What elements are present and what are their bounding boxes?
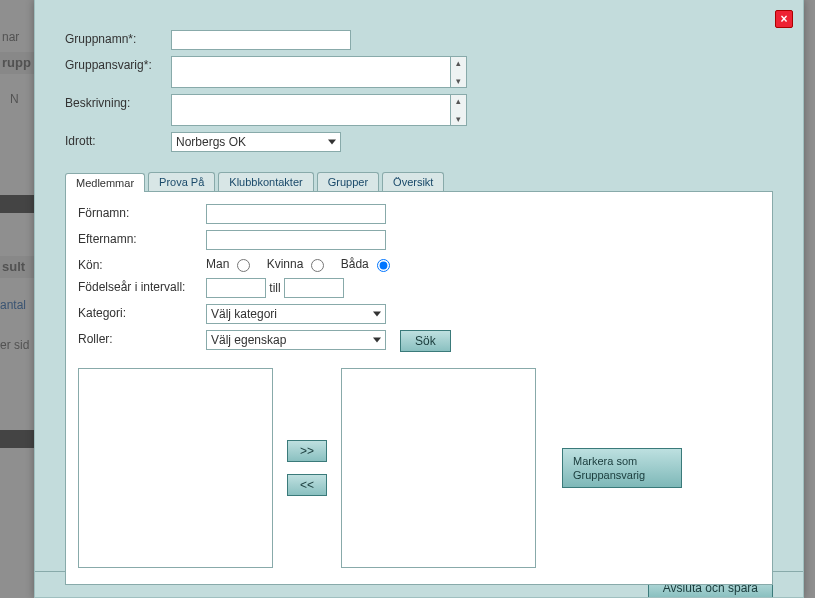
kon-man-label: Man <box>206 257 229 271</box>
fornamn-label: Förnamn: <box>78 204 206 220</box>
kon-kvinna-radio[interactable] <box>311 259 324 272</box>
move-right-button[interactable]: >> <box>287 440 327 462</box>
fodelsear-label: Födelseår i intervall: <box>78 278 206 294</box>
scroll-spinners[interactable]: ▴ ▾ <box>451 94 467 126</box>
gruppnamn-label: Gruppnamn*: <box>65 30 171 46</box>
kon-bada-label: Båda <box>341 257 369 271</box>
selected-listbox[interactable] <box>341 368 536 568</box>
gruppnamn-input[interactable] <box>171 30 351 50</box>
mark-line1: Markera som <box>573 455 637 467</box>
chevron-down-icon[interactable]: ▾ <box>456 114 461 124</box>
member-transfer: >> << Markera som Gruppansvarig <box>78 368 760 568</box>
gruppansvarig-label: Gruppansvarig*: <box>65 56 171 72</box>
chevron-up-icon[interactable]: ▴ <box>456 58 461 68</box>
tab-medlemmar[interactable]: Medlemmar <box>65 173 145 192</box>
chevron-down-icon <box>373 312 381 317</box>
close-button[interactable]: × <box>775 10 793 28</box>
medlemmar-panel: Förnamn: Efternamn: Kön: Man Kvinna Båda <box>65 191 773 585</box>
kon-label: Kön: <box>78 256 206 272</box>
scroll-spinners[interactable]: ▴ ▾ <box>451 56 467 88</box>
chevron-up-icon[interactable]: ▴ <box>456 96 461 106</box>
tab-oversikt[interactable]: Översikt <box>382 172 444 191</box>
group-form: Gruppnamn*: Gruppansvarig*: ▴ ▾ Beskrivn… <box>35 0 803 164</box>
gruppansvarig-input[interactable] <box>171 56 451 88</box>
kategori-label: Kategori: <box>78 304 206 320</box>
roller-label: Roller: <box>78 330 206 346</box>
chevron-down-icon[interactable]: ▾ <box>456 76 461 86</box>
move-left-button[interactable]: << <box>287 474 327 496</box>
tab-grupper[interactable]: Grupper <box>317 172 379 191</box>
kon-bada-radio[interactable] <box>377 259 390 272</box>
beskrivning-label: Beskrivning: <box>65 94 171 110</box>
kategori-select[interactable]: Välj kategori <box>206 304 386 324</box>
fodelsear-from-input[interactable] <box>206 278 266 298</box>
modal-dialog: × Gruppnamn*: Gruppansvarig*: ▴ ▾ Beskri… <box>34 0 804 598</box>
kategori-selected-value: Välj kategori <box>211 307 277 321</box>
fornamn-input[interactable] <box>206 204 386 224</box>
idrott-label: Idrott: <box>65 132 171 148</box>
roller-selected-value: Välj egenskap <box>211 333 286 347</box>
tab-klubbkontakter[interactable]: Klubbkontakter <box>218 172 313 191</box>
tab-prova-pa[interactable]: Prova På <box>148 172 215 191</box>
available-listbox[interactable] <box>78 368 273 568</box>
chevron-down-icon <box>328 140 336 145</box>
markera-gruppansvarig-button[interactable]: Markera som Gruppansvarig <box>562 448 682 489</box>
sok-button[interactable]: Sök <box>400 330 451 352</box>
kon-kvinna-label: Kvinna <box>267 257 304 271</box>
efternamn-input[interactable] <box>206 230 386 250</box>
till-text: till <box>269 281 280 295</box>
kon-man-radio[interactable] <box>237 259 250 272</box>
fodelsear-to-input[interactable] <box>284 278 344 298</box>
efternamn-label: Efternamn: <box>78 230 206 246</box>
tab-bar: Medlemmar Prova På Klubbkontakter Gruppe… <box>65 172 773 191</box>
beskrivning-input[interactable] <box>171 94 451 126</box>
mark-line2: Gruppansvarig <box>573 469 645 481</box>
chevron-down-icon <box>373 338 381 343</box>
idrott-select[interactable]: Norbergs OK <box>171 132 341 152</box>
roller-select[interactable]: Välj egenskap <box>206 330 386 350</box>
idrott-selected-value: Norbergs OK <box>176 135 246 149</box>
